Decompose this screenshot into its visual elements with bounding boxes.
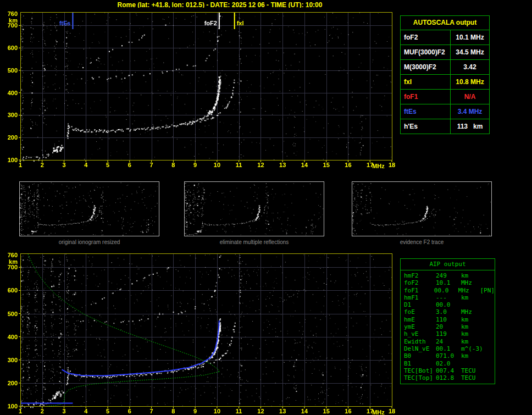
aip-row-unit <box>457 301 461 308</box>
aip-row-unit <box>457 360 461 367</box>
aip-row-6: hmE110km <box>401 316 495 323</box>
autoscala-row-1: MUF(3000)F234.5 MHz <box>401 45 489 59</box>
autoscala-table-rows: foF210.1 MHzMUF(3000)F234.5 MHzM(3000)F2… <box>401 30 489 134</box>
aip-row-value: 02.0 <box>436 360 457 367</box>
thumbnail-evidence-f2-trace-canvas <box>352 181 492 236</box>
aip-row-label: B0 <box>401 352 436 359</box>
autoscala-row-value: 113 km <box>451 123 489 130</box>
aip-table-rows: hmF2249kmfoF210.1MHzfoF100.0MHz [PN]hmF1… <box>401 270 495 384</box>
aip-row-value: 00.0 <box>434 287 454 294</box>
aip-row-label: B1 <box>401 360 436 367</box>
aip-table-header: AIP output <box>401 259 495 270</box>
autoscala-row-value: 3.4 MHz <box>451 108 489 115</box>
autoscala-output-table: AUTOSCALA output foF210.1 MHzMUF(3000)F2… <box>400 15 490 134</box>
aip-row-label: TEC[Bot] <box>401 367 436 374</box>
aip-row-2: foF100.0MHz [PN] <box>401 287 495 294</box>
aip-row-11: B0071.0km <box>401 352 495 359</box>
autoscala-row-label: foF2 <box>401 30 451 45</box>
aip-row-value: 012.8 <box>436 374 457 381</box>
aip-row-unit: m^(-3) <box>457 345 483 352</box>
autoscala-row-value: 34.5 MHz <box>451 48 489 56</box>
aip-row-label: foE <box>401 308 436 316</box>
aip-row-unit: MHz <box>457 308 472 316</box>
autoscala-row-value: 10.1 MHz <box>451 34 489 41</box>
aip-row-7: ymE20km <box>401 323 495 330</box>
autoscala-row-4: foF1N/A <box>401 89 489 104</box>
aip-row-4: D100.0 <box>401 301 495 308</box>
autoscala-table-header: AUTOSCALA output <box>401 16 489 30</box>
aip-row-5: foE3.0MHz <box>401 308 495 316</box>
aip-row-unit: km <box>457 330 468 337</box>
aip-row-value: 007.4 <box>436 367 457 374</box>
aip-row-label: TEC[Top] <box>401 374 436 381</box>
aip-row-value: 24 <box>436 338 457 345</box>
aip-row-label: foF2 <box>401 279 436 286</box>
aip-row-label: Ewidth <box>401 338 436 345</box>
autoscala-row-0: foF210.1 MHz <box>401 30 489 45</box>
aip-row-label: hmF1 <box>401 294 436 301</box>
autoscala-row-value: N/A <box>451 93 489 101</box>
autoscala-row-3: fxI10.8 MHz <box>401 74 489 89</box>
aip-row-3: hmF1---km <box>401 294 495 301</box>
autoscala-row-label: ftEs <box>401 104 451 119</box>
aip-row-label: hmF2 <box>401 272 436 279</box>
bottom-ionogram-profile-plot <box>0 250 412 415</box>
aip-row-unit: MHz <box>457 279 472 286</box>
aip-row-unit: km <box>457 323 468 330</box>
autoscala-row-label: MUF(3000)F2 <box>401 45 451 59</box>
aip-row-unit: km <box>457 294 468 301</box>
aip-row-label: D1 <box>401 301 436 308</box>
aip-row-label: hmE <box>401 316 436 323</box>
autoscala-row-label: M(3000)F2 <box>401 60 451 74</box>
aip-row-unit: km <box>457 272 468 279</box>
autoscala-row-label: h'Es <box>401 119 451 134</box>
aip-row-unit: km <box>457 316 468 323</box>
aip-row-unit: km <box>457 338 468 345</box>
thumbnail-original-ionogram-canvas <box>19 181 159 236</box>
aip-row-0: hmF2249km <box>401 272 495 279</box>
aip-row-unit: km <box>457 352 468 359</box>
thumbnail-evidence-f2-trace: evidence F2 trace <box>352 181 492 245</box>
thumbnail-eliminate-reflections-caption: eliminate multiple reflections <box>184 239 324 245</box>
aip-row-13: TEC[Bot]007.4TECU <box>401 367 495 374</box>
aip-row-value: 00.1 <box>436 345 457 352</box>
aip-row-14: TEC[Top]012.8TECU <box>401 374 495 381</box>
autoscala-row-label: foF1 <box>401 90 451 104</box>
aip-row-unit: TECU <box>457 374 476 381</box>
aip-row-label: foF1 <box>401 287 434 294</box>
aip-row-value: 20 <box>436 323 457 330</box>
autoscala-row-5: ftEs3.4 MHz <box>401 104 489 119</box>
aip-row-value: 3.0 <box>436 308 457 316</box>
autoscala-row-label: fxI <box>401 75 451 89</box>
aip-row-unit: MHz [PN] <box>454 287 495 294</box>
aip-row-value: 071.0 <box>436 352 457 359</box>
aip-row-9: Ewidth24km <box>401 338 495 345</box>
autoscala-row-value: 3.42 <box>451 63 489 71</box>
thumbnail-eliminate-reflections: eliminate multiple reflections <box>184 181 324 245</box>
aip-row-value: 249 <box>436 272 457 279</box>
top-ionogram-plot <box>0 8 412 173</box>
aip-row-unit: TECU <box>457 367 476 374</box>
thumbnail-original-ionogram-caption: original ionogram resized <box>19 239 159 245</box>
aip-row-value: 10.1 <box>436 279 457 286</box>
aip-output-table: AIP output hmF2249kmfoF210.1MHzfoF100.0M… <box>400 258 495 384</box>
aip-row-1: foF210.1MHz <box>401 279 495 286</box>
autoscala-row-6: h'Es113 km <box>401 119 489 134</box>
autoscala-screen: { "title": "Rome (lat: +41.8, lon: 012.5… <box>0 0 532 415</box>
thumbnail-evidence-f2-trace-caption: evidence F2 trace <box>352 239 492 245</box>
aip-row-value: 119 <box>436 330 457 337</box>
aip-row-label: h_vE <box>401 330 436 337</box>
aip-row-8: h_vE119km <box>401 330 495 337</box>
thumbnail-eliminate-reflections-canvas <box>184 181 324 236</box>
aip-row-value: --- <box>436 294 457 301</box>
autoscala-row-value: 10.8 MHz <box>451 78 489 86</box>
aip-row-value: 00.0 <box>436 301 457 308</box>
aip-row-10: DelN_vE00.1m^(-3) <box>401 345 495 352</box>
aip-row-value: 110 <box>436 316 457 323</box>
aip-row-label: DelN_vE <box>401 345 436 352</box>
aip-row-12: B102.0 <box>401 360 495 367</box>
aip-row-label: ymE <box>401 323 436 330</box>
autoscala-row-2: M(3000)F23.42 <box>401 59 489 74</box>
thumbnail-original-ionogram: original ionogram resized <box>19 181 159 245</box>
